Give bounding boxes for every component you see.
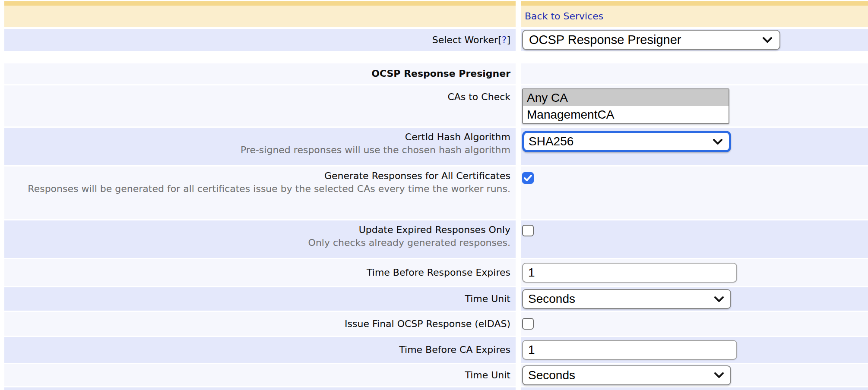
worker-title-cell: OCSP Response Presigner bbox=[4, 63, 516, 84]
time-unit-ca-label-cell: Time Unit bbox=[4, 364, 516, 386]
service-edit-page: Back to Services Select Worker[?] OCSP R… bbox=[4, 1, 868, 390]
hash-label-cell: CertId Hash Algorithm Pre-signed respons… bbox=[4, 128, 516, 165]
header-band-right: Back to Services bbox=[521, 6, 868, 27]
cas-option-any-ca[interactable]: Any CA bbox=[523, 89, 729, 106]
time-unit-ca-field-cell: Seconds bbox=[521, 364, 868, 386]
time-before-ca-label-cell: Time Before CA Expires bbox=[4, 337, 516, 363]
time-before-ca-row: Time Before CA Expires bbox=[4, 337, 868, 363]
cas-to-check-row: CAs to Check Any CA ManagementCA bbox=[4, 85, 868, 126]
hash-algorithm-label: CertId Hash Algorithm bbox=[4, 131, 510, 144]
issue-final-label: Issue Final OCSP Response (eIDAS) bbox=[345, 318, 510, 330]
select-worker-row: Select Worker[?] OCSP Response Presigner bbox=[4, 29, 868, 51]
partial-bottom-row bbox=[4, 387, 868, 390]
hash-algorithm-row: CertId Hash Algorithm Pre-signed respons… bbox=[4, 128, 868, 165]
update-expired-field-cell bbox=[521, 220, 868, 258]
header-band-row: Back to Services bbox=[4, 6, 868, 27]
time-before-ca-input[interactable] bbox=[522, 340, 737, 360]
time-unit-response-field-cell: Seconds bbox=[521, 287, 868, 311]
update-expired-help: Only checks already generated responses. bbox=[4, 236, 510, 249]
partial-bottom-right bbox=[521, 387, 868, 390]
bracket-open: [ bbox=[498, 35, 502, 45]
chevron-down-icon bbox=[714, 296, 724, 302]
time-unit-response-select[interactable]: Seconds bbox=[522, 289, 731, 309]
time-before-response-label: Time Before Response Expires bbox=[367, 266, 510, 279]
time-unit-response-row: Time Unit Seconds bbox=[4, 287, 868, 311]
time-unit-ca-label: Time Unit bbox=[465, 369, 510, 382]
worker-select[interactable]: OCSP Response Presigner bbox=[522, 30, 780, 50]
hash-field-cell: SHA256 bbox=[521, 128, 868, 165]
header-strip-row bbox=[4, 1, 868, 6]
hash-algorithm-help: Pre-signed responses will use the chosen… bbox=[4, 144, 510, 157]
time-before-ca-label: Time Before CA Expires bbox=[399, 343, 510, 356]
bracket-close: ] bbox=[507, 35, 510, 45]
chevron-down-icon bbox=[714, 372, 724, 378]
header-strip-left bbox=[4, 1, 516, 6]
worker-title: OCSP Response Presigner bbox=[371, 67, 510, 80]
select-worker-label-text: Select Worker bbox=[432, 35, 498, 45]
cas-to-check-label: CAs to Check bbox=[447, 91, 510, 102]
chevron-down-icon bbox=[762, 37, 773, 43]
update-expired-label-cell: Update Expired Responses Only Only check… bbox=[4, 220, 516, 258]
header-band-left bbox=[4, 6, 516, 27]
generate-all-label: Generate Responses for All Certificates bbox=[4, 170, 510, 182]
worker-title-row: OCSP Response Presigner bbox=[4, 63, 868, 84]
select-worker-label-cell: Select Worker[?] bbox=[4, 29, 516, 51]
cas-field-cell: Any CA ManagementCA bbox=[521, 85, 868, 126]
time-unit-response-label: Time Unit bbox=[465, 292, 510, 305]
issue-final-checkbox[interactable] bbox=[522, 318, 534, 330]
time-unit-ca-row: Time Unit Seconds bbox=[4, 364, 868, 386]
time-unit-response-label-cell: Time Unit bbox=[4, 287, 516, 311]
generate-all-field-cell bbox=[521, 167, 868, 219]
update-expired-row: Update Expired Responses Only Only check… bbox=[4, 220, 868, 258]
partial-bottom-left bbox=[4, 387, 516, 390]
issue-final-label-cell: Issue Final OCSP Response (eIDAS) bbox=[4, 312, 516, 336]
checkmark-icon bbox=[524, 175, 532, 181]
hash-algorithm-select[interactable]: SHA256 bbox=[522, 131, 731, 152]
time-unit-response-value: Seconds bbox=[528, 292, 575, 306]
generate-all-row: Generate Responses for All Certificates … bbox=[4, 167, 868, 219]
select-worker-field-cell: OCSP Response Presigner bbox=[521, 29, 868, 51]
generate-all-help: Responses will be generated for all cert… bbox=[4, 182, 510, 195]
time-before-response-input[interactable] bbox=[522, 263, 737, 283]
update-expired-label: Update Expired Responses Only bbox=[4, 223, 510, 236]
generate-all-checkbox[interactable] bbox=[522, 172, 534, 184]
time-before-response-row: Time Before Response Expires bbox=[4, 259, 868, 286]
time-unit-ca-value: Seconds bbox=[528, 368, 575, 382]
select-worker-label: Select Worker[?] bbox=[432, 34, 510, 47]
time-before-response-field-cell bbox=[521, 259, 868, 286]
cas-multiselect[interactable]: Any CA ManagementCA bbox=[522, 88, 729, 124]
issue-final-row: Issue Final OCSP Response (eIDAS) bbox=[4, 312, 868, 336]
time-unit-ca-select[interactable]: Seconds bbox=[522, 365, 731, 385]
update-expired-checkbox[interactable] bbox=[522, 225, 534, 236]
time-before-ca-field-cell bbox=[521, 337, 868, 363]
back-to-services-link[interactable]: Back to Services bbox=[522, 11, 603, 22]
header-strip-right bbox=[521, 1, 868, 6]
cas-option-managementca[interactable]: ManagementCA bbox=[523, 106, 729, 123]
chevron-down-icon bbox=[713, 138, 723, 145]
issue-final-field-cell bbox=[521, 312, 868, 336]
time-before-response-label-cell: Time Before Response Expires bbox=[4, 259, 516, 286]
cas-label-cell: CAs to Check bbox=[4, 85, 516, 126]
spacer bbox=[4, 51, 868, 63]
help-icon[interactable]: ? bbox=[502, 35, 507, 45]
hash-algorithm-value: SHA256 bbox=[529, 135, 573, 148]
worker-select-value: OCSP Response Presigner bbox=[529, 33, 681, 47]
generate-all-label-cell: Generate Responses for All Certificates … bbox=[4, 167, 516, 219]
worker-title-empty-cell bbox=[521, 63, 868, 84]
